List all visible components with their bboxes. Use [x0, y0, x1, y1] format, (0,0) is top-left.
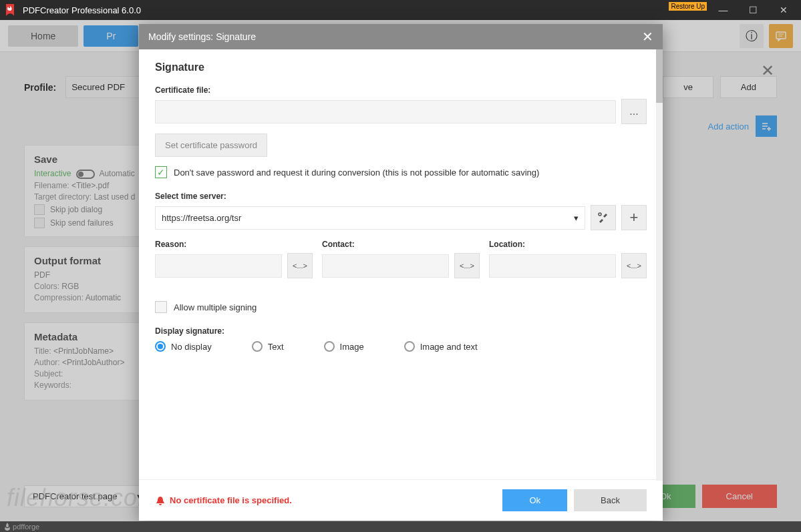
location-token-button[interactable]: <...>: [621, 253, 647, 278]
modal-title: Modify settings: Signature: [148, 31, 256, 42]
remove-button[interactable]: ve: [663, 76, 713, 98]
cert-file-input[interactable]: [155, 100, 616, 123]
cert-file-label: Certificate file:: [155, 85, 647, 95]
timeserver-label: Select time server:: [155, 192, 647, 201]
browse-button[interactable]: ...: [621, 99, 647, 124]
allow-multi-checkbox[interactable]: ✓: [155, 301, 167, 313]
dont-save-label: Don't save password and request it durin…: [174, 168, 539, 178]
titlebar: PDFCreator Professional 6.0.0 Restore Up…: [0, 0, 801, 20]
svg-rect-0: [776, 32, 786, 39]
reason-input[interactable]: [155, 254, 282, 278]
skip-send-checkbox[interactable]: [34, 218, 45, 228]
reason-label: Reason:: [155, 240, 313, 249]
chat-icon[interactable]: [769, 24, 793, 48]
timeserver-add-icon[interactable]: +: [621, 205, 647, 230]
signature-modal: Modify settings: Signature ✕ Signature C…: [139, 24, 663, 521]
contact-label: Contact:: [322, 240, 480, 249]
radio-text[interactable]: Text: [252, 341, 284, 352]
display-sig-label: Display signature:: [155, 326, 647, 336]
tab-home[interactable]: Home: [8, 25, 78, 47]
modal-scrollbar[interactable]: [656, 49, 663, 481]
flame-icon: [4, 523, 11, 531]
status-bar: pdfforge: [0, 521, 801, 532]
timeserver-settings-icon[interactable]: [591, 205, 616, 230]
modal-header: Modify settings: Signature ✕: [139, 24, 663, 49]
allow-multi-label: Allow multiple signing: [174, 302, 257, 312]
watermark: filehorse.com: [7, 484, 158, 512]
restore-badge: Restore Up: [669, 2, 707, 11]
add-action-link[interactable]: Add action: [708, 121, 749, 131]
location-input[interactable]: [489, 254, 616, 278]
contact-token-button[interactable]: <...>: [454, 253, 480, 278]
radio-image[interactable]: Image: [324, 341, 364, 352]
app-logo-icon: [3, 3, 17, 17]
close-button[interactable]: ✕: [768, 0, 798, 20]
modal-close-icon[interactable]: ✕: [642, 29, 653, 45]
timeserver-select[interactable]: https://freetsa.org/tsr ▾: [155, 206, 585, 230]
page-cancel-button[interactable]: Cancel: [702, 485, 777, 508]
page-close-icon[interactable]: ✕: [761, 61, 774, 80]
svg-point-8: [599, 213, 601, 216]
set-password-button[interactable]: Set certificate password: [155, 134, 267, 157]
skip-job-checkbox[interactable]: [34, 204, 45, 215]
section-title: Signature: [155, 61, 647, 73]
minimize-button[interactable]: —: [708, 0, 738, 20]
modal-back-button[interactable]: Back: [574, 489, 647, 511]
info-icon[interactable]: ⓘ: [740, 24, 764, 48]
contact-input[interactable]: [322, 254, 449, 278]
tab-profiles[interactable]: Pr: [84, 25, 138, 47]
radio-image-text[interactable]: Image and text: [404, 341, 478, 352]
bell-icon: [155, 495, 166, 506]
dont-save-checkbox[interactable]: ✓: [155, 166, 167, 178]
location-label: Location:: [489, 240, 647, 249]
reason-token-button[interactable]: <...>: [287, 253, 313, 278]
chevron-down-icon: ▾: [574, 213, 579, 223]
interactive-toggle[interactable]: [76, 170, 95, 179]
radio-no-display[interactable]: No display: [155, 341, 212, 352]
maximize-button[interactable]: ☐: [738, 0, 768, 20]
window-title: PDFCreator Professional 6.0.0: [23, 5, 669, 15]
add-action-icon[interactable]: [756, 115, 777, 137]
profile-label: Profile:: [24, 82, 56, 93]
modal-ok-button[interactable]: Ok: [502, 489, 567, 511]
error-message: No certificate file is specified.: [155, 495, 292, 506]
